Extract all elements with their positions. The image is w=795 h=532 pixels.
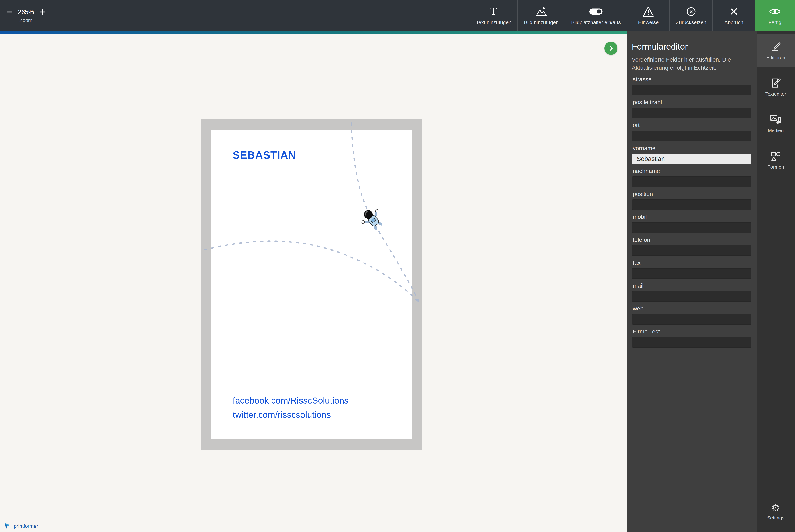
field-input[interactable]: [632, 131, 752, 141]
field-label: vorname: [633, 145, 752, 152]
gear-icon: ⚙: [771, 503, 780, 513]
field-label: telefon: [633, 236, 752, 243]
sidebar-item-label: Editieren: [766, 55, 785, 60]
field-input[interactable]: [632, 314, 752, 325]
card-facebook-text[interactable]: facebook.com/RisscSolutions: [233, 393, 348, 407]
image-icon: [535, 6, 547, 17]
field-label: position: [633, 191, 752, 197]
field-label: mobil: [633, 213, 752, 220]
printformer-icon: [4, 522, 11, 530]
field-label: mail: [633, 282, 752, 289]
business-card[interactable]: SEBASTIAN facebook.com/RisscSolutions tw…: [211, 130, 412, 439]
sidebar-item-label: Texteditor: [765, 91, 786, 97]
sidebar-item-editieren[interactable]: Editieren: [757, 35, 795, 67]
text-icon: T: [490, 6, 497, 17]
panel-collapse-button[interactable]: [604, 41, 618, 55]
form-field: strasse: [632, 76, 752, 95]
add-image-button[interactable]: Bild hinzufügen: [517, 0, 565, 32]
hints-label: Hinweise: [638, 20, 659, 25]
field-input[interactable]: [632, 222, 752, 233]
zoom-label: Zoom: [19, 17, 32, 23]
form-field: mail: [632, 282, 752, 302]
field-input[interactable]: [632, 200, 752, 210]
zoom-value: 265%: [18, 8, 34, 16]
field-label: nachname: [633, 168, 752, 174]
form-field: fax: [632, 260, 752, 279]
printformer-logo[interactable]: printformer: [4, 522, 38, 530]
printformer-text: printformer: [14, 523, 38, 529]
x-icon: [729, 6, 738, 17]
sidebar-item-formen[interactable]: Formen: [757, 144, 795, 176]
right-sidebar: Editieren Texteditor Medien Formen ⚙ Set…: [757, 32, 795, 532]
field-input[interactable]: [632, 176, 752, 187]
edit-pencil-icon: [770, 41, 781, 52]
form-editor-panel: Formulareditor Vordefinierte Felder hier…: [627, 32, 757, 532]
shapes-icon: [770, 150, 781, 162]
plus-icon: [39, 8, 46, 16]
placeholder-toggle-label: Bildplatzhalter ein/aus: [571, 20, 621, 25]
sidebar-item-texteditor[interactable]: Texteditor: [757, 71, 795, 103]
add-image-label: Bild hinzufügen: [524, 20, 559, 25]
sidebar-item-medien[interactable]: Medien: [757, 108, 795, 140]
media-icon: [770, 114, 782, 125]
eye-icon: [769, 6, 781, 17]
design-canvas: SEBASTIAN facebook.com/RisscSolutions tw…: [0, 34, 627, 532]
zoom-in-button[interactable]: [39, 8, 46, 16]
toolbar-spacer: [52, 0, 470, 32]
field-label: postleitzahl: [633, 99, 752, 106]
hints-button[interactable]: Hinweise: [627, 0, 669, 32]
form-field: vorname: [632, 145, 752, 164]
text-edit-icon: [770, 77, 781, 89]
reset-label: Zurücksetzen: [676, 20, 706, 25]
zoom-controls: 265% Zoom: [0, 0, 52, 32]
done-label: Fertig: [769, 20, 781, 25]
field-input[interactable]: [632, 108, 752, 118]
sidebar-item-label: Formen: [768, 164, 784, 170]
field-label: web: [633, 305, 752, 312]
form-field: ort: [632, 122, 752, 141]
form-field: web: [632, 305, 752, 325]
field-label: strasse: [633, 76, 752, 83]
settings-label: Settings: [767, 515, 784, 521]
field-input[interactable]: [632, 245, 752, 256]
panel-subtitle: Vordefinierte Felder hier ausfüllen. Die…: [632, 56, 752, 72]
reset-button[interactable]: Zurücksetzen: [669, 0, 713, 32]
field-input[interactable]: [632, 291, 752, 302]
zoom-out-button[interactable]: [6, 8, 13, 16]
placeholder-toggle-button[interactable]: Bildplatzhalter ein/aus: [565, 0, 627, 32]
form-field: mobil: [632, 213, 752, 233]
field-input[interactable]: [632, 85, 752, 95]
toggle-icon: [589, 6, 603, 17]
form-field: position: [632, 191, 752, 210]
panel-title: Formulareditor: [632, 41, 752, 52]
field-input[interactable]: [632, 153, 752, 164]
business-card-bleed[interactable]: SEBASTIAN facebook.com/RisscSolutions tw…: [201, 119, 422, 450]
top-toolbar: 265% Zoom T Text hinzufügen Bild hinzufü…: [0, 0, 795, 32]
abort-button[interactable]: Abbruch: [713, 0, 755, 32]
add-text-label: Text hinzufügen: [476, 20, 511, 25]
form-field: postleitzahl: [632, 99, 752, 118]
card-social-links: facebook.com/RisscSolutions twitter.com/…: [233, 393, 348, 422]
form-fields: strasse postleitzahl ort vorname: [632, 76, 752, 348]
field-label: ort: [633, 122, 752, 129]
card-firstname-text[interactable]: SEBASTIAN: [233, 149, 296, 161]
form-field: nachname: [632, 168, 752, 187]
chevron-right-icon: [607, 44, 615, 52]
sidebar-item-label: Medien: [768, 128, 783, 133]
gradient-accent-bar: [0, 32, 627, 34]
warning-triangle-icon: [642, 6, 654, 17]
done-button[interactable]: Fertig: [755, 0, 795, 32]
field-input[interactable]: [632, 268, 752, 279]
field-label: Firma Test: [633, 328, 752, 335]
abort-label: Abbruch: [724, 20, 743, 25]
field-input[interactable]: [632, 337, 752, 348]
settings-button[interactable]: ⚙ Settings: [757, 496, 795, 528]
app-root: 265% Zoom T Text hinzufügen Bild hinzufü…: [0, 0, 795, 532]
field-label: fax: [633, 260, 752, 266]
add-text-button[interactable]: T Text hinzufügen: [470, 0, 518, 32]
card-twitter-text[interactable]: twitter.com/risscsolutions: [233, 407, 348, 422]
form-field: Firma Test: [632, 328, 752, 348]
form-field: telefon: [632, 236, 752, 256]
reset-circle-icon: [685, 6, 697, 17]
minus-icon: [6, 8, 13, 16]
